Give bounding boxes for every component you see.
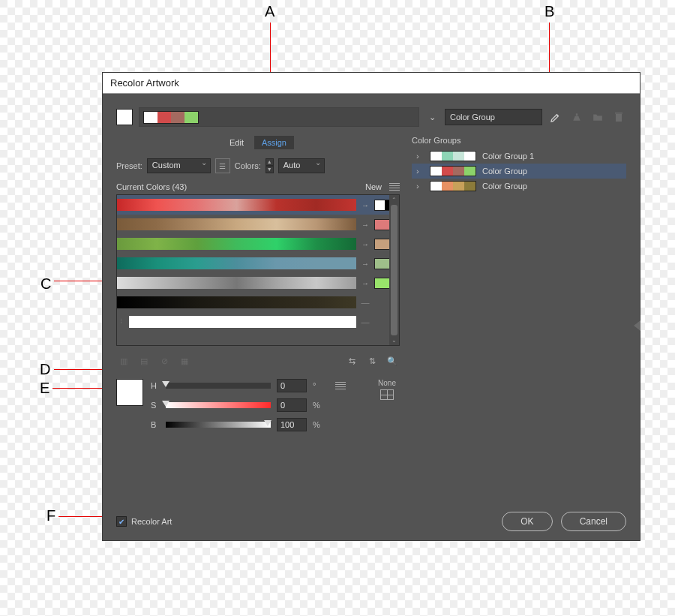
new-group-icon[interactable] <box>569 110 584 125</box>
table-scrollbar[interactable]: ⌃ ⌄ <box>389 195 399 345</box>
h-unit: ° <box>313 381 323 390</box>
preset-options-icon[interactable]: ☰ <box>215 158 230 173</box>
color-groups-title: Color Groups <box>412 136 626 145</box>
color-assignment-table: → → → → <box>116 194 400 346</box>
b-slider[interactable] <box>166 422 271 428</box>
callout-D: D <box>40 361 50 378</box>
expand-icon[interactable]: › <box>416 152 424 161</box>
color-group-label: Color Group 1 <box>482 152 534 161</box>
dialog-title: Recolor Artwork <box>110 77 179 89</box>
h-label: H <box>151 381 160 390</box>
new-column-label: New <box>365 182 382 191</box>
svg-rect-2 <box>615 113 622 114</box>
s-slider[interactable] <box>166 402 271 408</box>
callout-F: F <box>46 507 56 524</box>
tab-assign[interactable]: Assign <box>254 136 294 149</box>
s-unit: % <box>313 401 323 410</box>
color-groups-list: › Color Group 1 › Color Group › Color Gr… <box>412 149 626 194</box>
recolor-art-checkbox[interactable]: ✔ <box>116 516 127 527</box>
tool-newrow-icon[interactable]: ▦ <box>177 353 192 368</box>
color-group-item[interactable]: › Color Group <box>412 179 626 194</box>
color-row[interactable]: → <box>117 273 399 293</box>
slider-menu-icon[interactable] <box>335 382 346 389</box>
stepper-down[interactable]: ▼ <box>266 166 274 173</box>
hsb-current-swatch[interactable] <box>116 379 143 406</box>
callout-E: E <box>40 380 50 397</box>
b-label: B <box>151 420 160 429</box>
dialog-title-bar: Recolor Artwork <box>103 73 640 94</box>
base-color-chip[interactable] <box>116 109 133 125</box>
b-value[interactable] <box>277 418 307 431</box>
callout-C: C <box>40 275 51 293</box>
color-row[interactable]: → <box>117 234 399 254</box>
preset-select[interactable]: Custom <box>147 158 211 173</box>
cancel-button[interactable]: Cancel <box>561 512 626 531</box>
recolor-dialog: Recolor Artwork ⌄ <box>102 72 640 541</box>
color-group-label: Color Group <box>482 167 527 176</box>
s-value[interactable] <box>277 398 307 412</box>
colors-stepper[interactable]: ▲ ▼ <box>266 158 274 173</box>
h-slider[interactable] <box>166 383 271 389</box>
folder-icon[interactable] <box>590 110 605 125</box>
group-dropdown-icon[interactable]: ⌄ <box>425 109 439 125</box>
tool-separate-icon[interactable]: ▤ <box>136 353 152 368</box>
recolor-art-label: Recolor Art <box>131 517 172 526</box>
colors-select[interactable]: Auto <box>278 158 325 173</box>
color-row[interactable]: — <box>117 293 399 312</box>
color-row[interactable]: ⦙ — <box>117 312 399 332</box>
panel-flyout-icon[interactable] <box>634 320 640 331</box>
h-value[interactable] <box>277 379 307 392</box>
preset-label: Preset: <box>116 161 142 170</box>
trash-icon[interactable] <box>611 110 626 125</box>
color-group-label: Color Group <box>482 182 527 191</box>
tool-random-order-icon[interactable]: ⇆ <box>344 353 359 368</box>
menu-icon[interactable] <box>389 183 400 191</box>
expand-icon[interactable]: › <box>416 182 424 191</box>
color-group-item[interactable]: › Color Group 1 <box>412 149 626 164</box>
eyedropper-icon[interactable] <box>548 110 563 125</box>
svg-rect-1 <box>616 114 622 122</box>
callout-A: A <box>265 3 274 20</box>
active-group-swatches[interactable] <box>139 107 419 127</box>
colors-label: Colors: <box>235 161 261 170</box>
tool-merge-icon[interactable]: ▥ <box>116 353 131 368</box>
none-label: None <box>378 379 396 387</box>
tool-find-icon[interactable]: 🔍 <box>385 353 400 368</box>
tab-edit[interactable]: Edit <box>222 136 251 149</box>
expand-icon[interactable]: › <box>416 167 424 176</box>
group-name-field[interactable] <box>445 109 542 125</box>
none-grid-icon[interactable] <box>380 389 394 400</box>
color-row[interactable]: → <box>117 254 399 273</box>
current-colors-label: Current Colors (43) <box>116 182 187 191</box>
callout-C-line-h <box>54 281 102 281</box>
color-row[interactable]: → <box>117 215 399 234</box>
color-group-item[interactable]: › Color Group <box>412 164 626 179</box>
callout-B: B <box>544 3 554 20</box>
ok-button[interactable]: OK <box>502 512 552 531</box>
stepper-up[interactable]: ▲ <box>266 158 274 166</box>
b-unit: % <box>313 420 323 429</box>
svg-rect-0 <box>576 113 578 116</box>
color-row[interactable]: → <box>117 195 399 215</box>
tool-random-sat-icon[interactable]: ⇅ <box>364 353 380 368</box>
tool-exclude-icon[interactable]: ⊘ <box>157 353 172 368</box>
s-label: S <box>151 401 160 410</box>
